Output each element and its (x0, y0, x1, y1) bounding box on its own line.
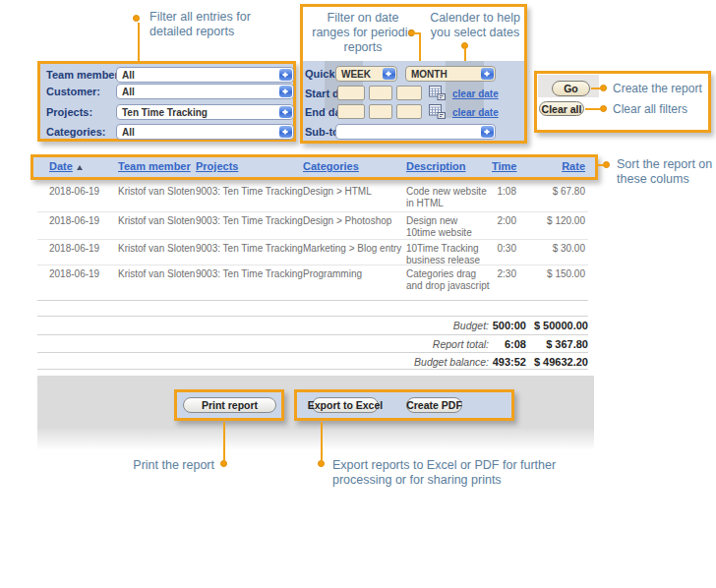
calendar-icon[interactable] (429, 104, 446, 123)
section-divider (37, 316, 588, 317)
categories-label: Categories: (46, 126, 106, 138)
categories-select[interactable]: All (116, 124, 294, 140)
callout-clear-filters: Clear all filters (613, 102, 687, 117)
stepper-icon (279, 86, 292, 97)
section-divider (37, 352, 588, 353)
table-row: 2018-06-19 Kristof van Sloten 9003: Ten … (37, 186, 588, 209)
column-header-description[interactable]: Description (404, 160, 490, 173)
callout-line (138, 23, 140, 61)
callout-line (595, 164, 603, 166)
print-box: Print report (174, 389, 284, 421)
column-header-date[interactable]: Date (37, 160, 116, 173)
callout-dot (603, 161, 610, 168)
column-header-categories[interactable]: Categories (301, 160, 404, 173)
callout-line (591, 88, 600, 89)
actions-box: Go Create the report Clear all Clear all… (534, 71, 711, 133)
stepper-icon (279, 69, 292, 81)
column-header-member[interactable]: Team member (116, 160, 194, 173)
export-excel-button[interactable]: Export to Excel (312, 397, 379, 413)
callout-create-report: Create the report (613, 82, 702, 96)
column-header-time[interactable]: Time (490, 160, 521, 173)
callout-dot (318, 460, 325, 467)
stepper-icon (481, 126, 494, 138)
callout-filter-all: Filter all entries for detailed reports (149, 10, 287, 39)
quick-date-week-select[interactable]: WEEK (335, 66, 397, 82)
table-header-row: Date Team member Projects Categories Des… (37, 160, 588, 173)
customer-label: Customer: (46, 86, 100, 97)
end-date-day-input[interactable] (337, 104, 365, 119)
quick-date-month-value: MONTH (411, 69, 448, 80)
start-date-year-input[interactable] (396, 86, 422, 100)
row-divider (37, 211, 588, 212)
summary-row-budget-balance: Budget balance: 493:52 $ 49632.20 (37, 356, 588, 368)
team-member-value: All (122, 70, 135, 81)
row-divider (37, 239, 588, 240)
projects-select[interactable]: Ten Time Tracking (116, 104, 294, 120)
clear-all-button[interactable]: Clear all (539, 101, 584, 116)
end-date-year-input[interactable] (396, 104, 422, 119)
table-row: 2018-06-19 Kristof van Sloten 9003: Ten … (37, 268, 588, 292)
section-divider (37, 300, 588, 301)
column-header-projects[interactable]: Projects (194, 160, 301, 173)
projects-value: Ten Time Tracking (122, 107, 208, 118)
callout-line (223, 422, 225, 460)
customer-select[interactable]: All (116, 84, 294, 99)
section-divider (37, 369, 588, 370)
end-clear-date-link[interactable]: clear date (452, 107, 499, 118)
stepper-icon (279, 106, 292, 118)
quick-date-week-value: WEEK (341, 69, 371, 80)
table-row: 2018-06-19 Kristof van Sloten 9003: Ten … (37, 215, 588, 239)
callout-dot (600, 105, 607, 112)
calendar-icon[interactable] (429, 86, 446, 104)
start-date-month-input[interactable] (369, 86, 392, 100)
team-member-label: Team member: (46, 69, 122, 81)
filter-panel: Team member: All Customer: All Projects:… (37, 61, 296, 142)
column-header-rate[interactable]: Rate (521, 160, 588, 173)
categories-value: All (122, 127, 135, 138)
report-tutorial-page: Filter all entries for detailed reports … (0, 0, 716, 588)
start-clear-date-link[interactable]: clear date (452, 88, 499, 99)
stepper-icon (481, 68, 494, 80)
team-member-select[interactable]: All (116, 67, 294, 83)
row-divider (37, 265, 588, 265)
go-button[interactable]: Go (552, 81, 590, 96)
callout-calendar: Calender to help you select dates (426, 11, 524, 40)
quick-date-month-select[interactable]: MONTH (405, 66, 496, 82)
callout-sort-columns: Sort the report on these colums (617, 157, 716, 187)
start-date-day-input[interactable] (337, 86, 365, 100)
stepper-icon (383, 68, 395, 80)
callout-line (585, 108, 600, 110)
section-divider (37, 334, 588, 335)
callout-export: Export reports to Excel or PDF for furth… (332, 458, 608, 488)
summary-row-report-total: Report total: 6:08 $ 367.80 (37, 338, 588, 350)
callout-date-ranges: Filter on date ranges for periodic repor… (309, 11, 417, 55)
footer-reflection (37, 429, 594, 450)
date-panel: Quick date: WEEK MONTH Start date: (303, 61, 524, 141)
callout-line (321, 422, 323, 460)
callout-dot (600, 85, 607, 91)
customer-value: All (122, 87, 135, 97)
callout-dot (220, 460, 227, 467)
summary-row-budget: Budget: 500:00 $ 50000.00 (37, 320, 588, 331)
callout-print: Print the report (98, 458, 214, 473)
stepper-icon (279, 126, 292, 138)
callout-dot (133, 15, 140, 22)
sort-asc-icon (77, 165, 83, 170)
create-pdf-button[interactable]: Create PDF (406, 397, 462, 413)
end-date-month-input[interactable] (369, 104, 392, 119)
date-filter-box: Filter on date ranges for periodic repor… (300, 4, 527, 144)
table-header-box: Date Team member Projects Categories Des… (30, 154, 598, 180)
table-row: 2018-06-19 Kristof van Sloten 9003: Ten … (37, 243, 588, 266)
projects-label: Projects: (46, 106, 92, 118)
export-box: Export to Excel Create PDF (294, 389, 514, 421)
subtotal-select[interactable] (335, 124, 496, 140)
print-report-button[interactable]: Print report (183, 397, 276, 413)
